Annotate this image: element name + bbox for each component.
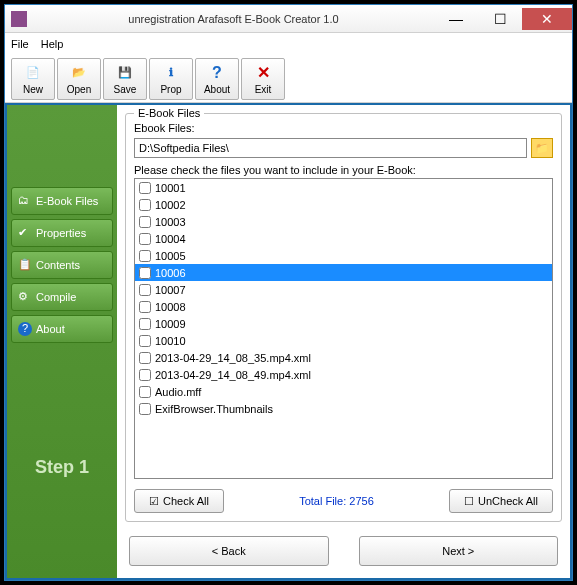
file-name: 10010 [155,335,186,347]
new-button[interactable]: 📄New [11,58,55,100]
file-name: 10008 [155,301,186,313]
file-name: 10004 [155,233,186,245]
app-icon [11,11,27,27]
document-icon: 📋 [18,258,32,272]
instruction-label: Please check the files you want to inclu… [134,164,553,176]
save-disk-icon: 💾 [115,63,135,83]
file-row[interactable]: 2013-04-29_14_08_49.mp4.xml [135,366,552,383]
main-panel: E-Book Files Ebook Files: 📁 Please check… [117,105,570,578]
file-row[interactable]: 10010 [135,332,552,349]
file-checkbox[interactable] [139,318,151,330]
prop-button[interactable]: ℹProp [149,58,193,100]
app-window: unregistration Arafasoft E-Book Creator … [4,4,573,581]
titlebar[interactable]: unregistration Arafasoft E-Book Creator … [5,5,572,33]
compile-icon: ⚙ [18,290,32,304]
file-row[interactable]: 10005 [135,247,552,264]
back-button[interactable]: < Back [129,536,329,566]
file-name: 10009 [155,318,186,330]
new-file-icon: 📄 [23,63,43,83]
file-name: 10002 [155,199,186,211]
file-name: 10001 [155,182,186,194]
browse-button[interactable]: 📁 [531,138,553,158]
file-name: 10007 [155,284,186,296]
sidebar-ebook-files[interactable]: 🗂E-Book Files [11,187,113,215]
file-checkbox[interactable] [139,199,151,211]
file-checkbox[interactable] [139,369,151,381]
toolbar: 📄New 📂Open 💾Save ℹProp ?About ✕Exit [5,55,572,103]
open-folder-icon: 📂 [69,63,89,83]
file-checkbox[interactable] [139,403,151,415]
sidebar-about[interactable]: ?About [11,315,113,343]
nav-row: < Back Next > [129,536,558,566]
save-button[interactable]: 💾Save [103,58,147,100]
sidebar: 🗂E-Book Files ✔Properties 📋Contents ⚙Com… [7,105,117,578]
minimize-button[interactable]: — [434,8,478,30]
uncheck-all-button[interactable]: ☐UnCheck All [449,489,553,513]
file-name: 10003 [155,216,186,228]
file-row[interactable]: ExifBrowser.Thumbnails [135,400,552,417]
menu-help[interactable]: Help [41,38,64,50]
file-checkbox[interactable] [139,301,151,313]
file-name: 2013-04-29_14_08_35.mp4.xml [155,352,311,364]
file-name: 10006 [155,267,186,279]
file-checkbox[interactable] [139,182,151,194]
maximize-button[interactable]: ☐ [478,8,522,30]
unchecked-box-icon: ☐ [464,495,474,508]
file-row[interactable]: 10004 [135,230,552,247]
file-list[interactable]: 1000110002100031000410005100061000710008… [134,178,553,479]
ebook-files-group: E-Book Files Ebook Files: 📁 Please check… [125,113,562,522]
file-checkbox[interactable] [139,250,151,262]
total-file-label: Total File: 2756 [299,495,374,507]
file-checkbox[interactable] [139,267,151,279]
about-button[interactable]: ?About [195,58,239,100]
file-name: 10005 [155,250,186,262]
check-row: ☑Check All Total File: 2756 ☐UnCheck All [134,489,553,513]
file-row[interactable]: Audio.mff [135,383,552,400]
file-checkbox[interactable] [139,284,151,296]
checked-box-icon: ☑ [149,495,159,508]
file-checkbox[interactable] [139,386,151,398]
sidebar-compile[interactable]: ⚙Compile [11,283,113,311]
menubar: File Help [5,33,572,55]
window-title: unregistration Arafasoft E-Book Creator … [33,13,434,25]
file-checkbox[interactable] [139,233,151,245]
body: 🗂E-Book Files ✔Properties 📋Contents ⚙Com… [5,103,572,580]
check-icon: ✔ [18,226,32,240]
file-row[interactable]: 10009 [135,315,552,332]
help-icon: ? [207,63,227,83]
sidebar-contents[interactable]: 📋Contents [11,251,113,279]
group-legend: E-Book Files [134,107,204,119]
file-row[interactable]: 10007 [135,281,552,298]
file-name: 2013-04-29_14_08_49.mp4.xml [155,369,311,381]
file-checkbox[interactable] [139,352,151,364]
next-button[interactable]: Next > [359,536,559,566]
step-label: Step 1 [7,457,117,478]
exit-button[interactable]: ✕Exit [241,58,285,100]
path-row: 📁 [134,138,553,158]
check-all-button[interactable]: ☑Check All [134,489,224,513]
folder-icon: 📁 [535,142,549,155]
file-checkbox[interactable] [139,335,151,347]
file-row[interactable]: 10006 [135,264,552,281]
path-label: Ebook Files: [134,122,553,134]
file-row[interactable]: 10002 [135,196,552,213]
window-buttons: — ☐ ✕ [434,8,572,30]
file-name: Audio.mff [155,386,201,398]
sidebar-properties[interactable]: ✔Properties [11,219,113,247]
question-icon: ? [18,322,32,336]
menu-file[interactable]: File [11,38,29,50]
file-name: ExifBrowser.Thumbnails [155,403,273,415]
exit-icon: ✕ [253,63,273,83]
info-icon: ℹ [161,63,181,83]
file-row[interactable]: 2013-04-29_14_08_35.mp4.xml [135,349,552,366]
files-icon: 🗂 [18,194,32,208]
close-button[interactable]: ✕ [522,8,572,30]
file-row[interactable]: 10008 [135,298,552,315]
file-row[interactable]: 10001 [135,179,552,196]
file-row[interactable]: 10003 [135,213,552,230]
file-checkbox[interactable] [139,216,151,228]
open-button[interactable]: 📂Open [57,58,101,100]
path-input[interactable] [134,138,527,158]
